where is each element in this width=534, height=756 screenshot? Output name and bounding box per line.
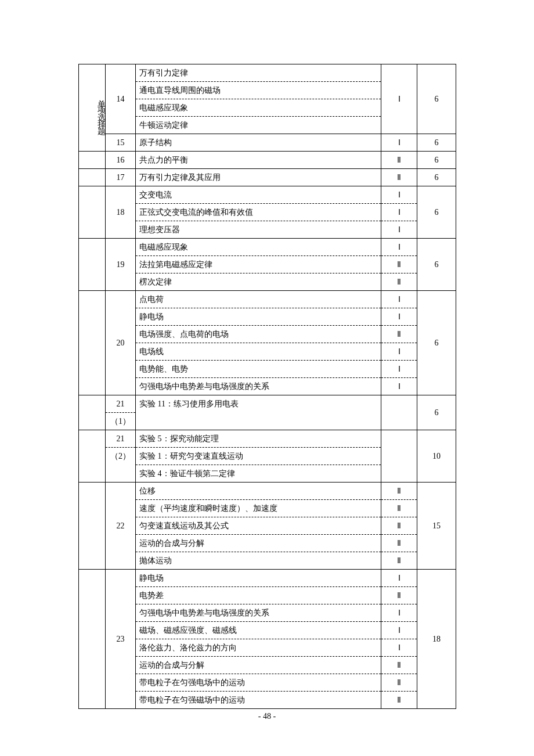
level-cell: Ⅰ: [381, 64, 417, 134]
level-cell: Ⅰ: [381, 221, 417, 239]
table-row: 正弦式交变电流的峰值和有效值Ⅰ: [79, 204, 456, 221]
level-cell: Ⅱ: [381, 587, 417, 604]
table-row: 静电场Ⅰ: [79, 308, 456, 326]
topic-cell: 万有引力定律及其应用: [136, 169, 381, 186]
topic-cell: 正弦式交变电流的峰值和有效值: [136, 204, 381, 221]
topic-cell: 位移: [136, 483, 381, 500]
level-cell: Ⅱ: [381, 483, 417, 500]
topic-cell: 带电粒子在匀强电场中的运动: [136, 674, 381, 692]
topic-cell: 电场强度、点电荷的电场: [136, 326, 381, 343]
table-row: 抛体运动Ⅱ: [79, 552, 456, 570]
question-number: 17: [106, 169, 136, 186]
question-number: 18: [106, 186, 136, 239]
score-cell: 10: [417, 430, 456, 483]
table-row: 15原子结构Ⅰ6: [79, 134, 456, 152]
level-cell: [381, 395, 417, 430]
score-cell: 6: [417, 169, 456, 186]
level-cell: Ⅰ: [381, 570, 417, 587]
level-cell: Ⅰ: [381, 604, 417, 622]
topic-cell: 理想变压器: [136, 221, 381, 239]
score-cell: 6: [417, 239, 456, 291]
table-row: 理想变压器Ⅰ: [79, 221, 456, 239]
table-row: 电势能、电势Ⅰ: [79, 361, 456, 378]
section-blank: [79, 291, 106, 395]
topic-cell: 实验 11：练习使用多用电表: [136, 395, 381, 430]
level-cell: Ⅱ: [381, 256, 417, 273]
level-cell: Ⅱ: [381, 500, 417, 517]
level-cell: Ⅰ: [381, 308, 417, 326]
topic-cell: 电势能、电势: [136, 361, 381, 378]
level-cell: Ⅰ: [381, 639, 417, 657]
level-cell: Ⅱ: [381, 552, 417, 570]
section-blank: [79, 483, 106, 570]
section-blank: [79, 430, 106, 483]
content-table: 单项选择题14万有引力定律Ⅰ6通电直导线周围的磁场电磁感应现象牛顿运动定律15原…: [78, 64, 456, 709]
table-row: 19电磁感应现象Ⅰ6: [79, 239, 456, 256]
topic-cell: 实验 5：探究动能定理: [136, 430, 381, 448]
topic-cell: 静电场: [136, 570, 381, 587]
question-number: 14: [106, 64, 136, 134]
topic-cell: 电势差: [136, 587, 381, 604]
table-row: 23静电场Ⅰ18: [79, 570, 456, 587]
topic-cell: 电磁感应现象: [136, 239, 381, 256]
topic-cell: 交变电流: [136, 186, 381, 204]
level-cell: Ⅱ: [381, 326, 417, 343]
question-number: 21: [106, 430, 136, 448]
table-row: 洛伦兹力、洛伦兹力的方向Ⅰ: [79, 639, 456, 657]
topic-cell: 匀强电场中电势差与电场强度的关系: [136, 378, 381, 395]
topic-cell: 法拉第电磁感应定律: [136, 256, 381, 273]
topic-cell: 匀强电场中电势差与电场强度的关系: [136, 604, 381, 622]
topic-cell: 运动的合成与分解: [136, 657, 381, 674]
topic-cell: 实验 1：研究匀变速直线运动: [136, 448, 381, 465]
table-row: 18交变电流Ⅰ6: [79, 186, 456, 204]
question-number: 22: [106, 483, 136, 570]
table-row: 17万有引力定律及其应用Ⅱ6: [79, 169, 456, 186]
topic-cell: 实验 4：验证牛顿第二定律: [136, 465, 381, 483]
level-cell: Ⅰ: [381, 291, 417, 308]
level-cell: Ⅱ: [381, 535, 417, 552]
table-row: 电场线Ⅰ: [79, 343, 456, 361]
score-cell: 6: [417, 152, 456, 169]
topic-cell: 通电直导线周围的磁场: [136, 82, 381, 99]
topic-cell: 磁场、磁感应强度、磁感线: [136, 622, 381, 639]
level-cell: Ⅱ: [381, 692, 417, 709]
table-row: 运动的合成与分解Ⅱ: [79, 535, 456, 552]
topic-cell: 匀变速直线运动及其公式: [136, 517, 381, 535]
topic-cell: 速度（平均速度和瞬时速度）、加速度: [136, 500, 381, 517]
level-cell: Ⅰ: [381, 378, 417, 395]
document-page: 单项选择题14万有引力定律Ⅰ6通电直导线周围的磁场电磁感应现象牛顿运动定律15原…: [0, 0, 534, 756]
table-row: 匀变速直线运动及其公式Ⅱ: [79, 517, 456, 535]
score-cell: 6: [417, 186, 456, 239]
table-row: 20点电荷Ⅰ6: [79, 291, 456, 308]
level-cell: Ⅱ: [381, 169, 417, 186]
score-cell: 6: [417, 134, 456, 152]
topic-cell: 电场线: [136, 343, 381, 361]
level-cell: Ⅰ: [381, 204, 417, 221]
table-row: 单项选择题14万有引力定律Ⅰ6: [79, 64, 456, 82]
level-cell: Ⅰ: [381, 622, 417, 639]
topic-cell: 洛伦兹力、洛伦兹力的方向: [136, 639, 381, 657]
topic-cell: 带电粒子在匀强磁场中的运动: [136, 692, 381, 709]
topic-cell: 运动的合成与分解: [136, 535, 381, 552]
topic-cell: 原子结构: [136, 134, 381, 152]
topic-cell: 静电场: [136, 308, 381, 326]
question-number: 23: [106, 570, 136, 709]
table-row: 匀强电场中电势差与电场强度的关系Ⅰ: [79, 378, 456, 395]
table-row: 21实验 11：练习使用多用电表6: [79, 395, 456, 413]
question-number: 19: [106, 239, 136, 291]
level-cell: Ⅱ: [381, 657, 417, 674]
section-blank: [79, 395, 106, 430]
score-cell: 6: [417, 64, 456, 134]
topic-cell: 电磁感应现象: [136, 99, 381, 117]
level-cell: Ⅰ: [381, 343, 417, 361]
table-row: 磁场、磁感应强度、磁感线Ⅰ: [79, 622, 456, 639]
table-row: 法拉第电磁感应定律Ⅱ: [79, 256, 456, 273]
score-cell: 6: [417, 395, 456, 430]
level-cell: Ⅱ: [381, 517, 417, 535]
section-blank: [79, 570, 106, 709]
table-row: 运动的合成与分解Ⅱ: [79, 657, 456, 674]
question-number: 21: [106, 395, 136, 413]
page-number: - 48 -: [0, 712, 534, 721]
score-cell: 6: [417, 291, 456, 395]
level-cell: Ⅰ: [381, 361, 417, 378]
